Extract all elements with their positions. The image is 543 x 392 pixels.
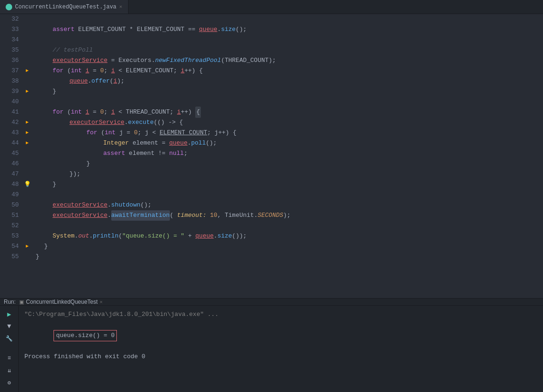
line-num-34: 34 — [6, 35, 19, 45]
line-num-45: 45 — [6, 148, 19, 159]
line-num-38: 38 — [6, 76, 19, 86]
run-settings-button[interactable]: ⚙ — [5, 378, 14, 387]
code-line-53: System.out.println("queue.size() = " + q… — [36, 231, 539, 241]
code-line-42: executorService.execute(() -> { — [36, 117, 539, 128]
code-line-44: Integer element = queue.poll(); — [36, 138, 539, 148]
tab-bar: ConcurrentLinkedQueueTest.java × — [0, 0, 543, 14]
code-line-43: for (int j = 0; j < ELEMENT_COUNT; j++) … — [36, 128, 539, 138]
line-num-37: 37 — [6, 66, 19, 76]
line-num-35: 35 — [6, 45, 19, 55]
run-sidebar: ▶ ▼ 🔧 ≡ ⇊ ⚙ 🖨 — [0, 306, 19, 392]
run-scroll-button[interactable]: ⇊ — [5, 366, 14, 375]
arrow-icon-54: ▶ — [26, 241, 29, 252]
tab-close-button[interactable]: × — [119, 4, 122, 10]
arrow-icon-42: ▶ — [26, 117, 29, 128]
run-content: ▶ ▼ 🔧 ≡ ⇊ ⚙ 🖨 "C:\Program_Files\Java\jdk… — [0, 306, 543, 392]
code-line-45: assert element != null; — [36, 148, 539, 159]
editor-area: 32 33 34 35 36 37 38 39 40 41 42 43 44 4… — [0, 14, 543, 298]
code-line-34 — [36, 35, 539, 45]
output-exit-line: Process finished with exit code 0 — [24, 352, 537, 362]
gutter-43: ▶ — [23, 128, 32, 138]
output-highlight-line: queue.size() = 0 — [24, 320, 537, 352]
code-line-52 — [36, 221, 539, 231]
gutter-33 — [23, 24, 32, 35]
gutter-35 — [23, 45, 32, 55]
gutter-50 — [23, 200, 32, 210]
code-line-50: executorService.shutdown(); — [36, 200, 539, 210]
line-num-33: 33 — [6, 24, 19, 35]
run-output: "C:\Program_Files\Java\jdk1.8.0_201\bin\… — [19, 306, 543, 392]
code-line-47: }); — [36, 169, 539, 179]
run-stop-button[interactable]: ▼ — [5, 322, 14, 331]
code-line-36: executorService = Executors.newFixedThre… — [36, 55, 539, 66]
code-line-33: assert ELEMENT_COUNT * ELEMENT_COUNT == … — [36, 24, 539, 35]
run-play-button[interactable]: ▶ — [5, 309, 14, 319]
code-line-51: executorService.awaitTermination( timeou… — [36, 210, 539, 221]
line-num-46: 46 — [6, 159, 19, 169]
code-line-37: for (int i = 0; i < ELEMENT_COUNT; i++) … — [36, 66, 539, 76]
code-line-41: for (int i = 0; i < THREAD_COUNT; i++) { — [36, 107, 539, 117]
code-lines[interactable]: assert ELEMENT_COUNT * ELEMENT_COUNT == … — [32, 14, 543, 298]
tab-title: ConcurrentLinkedQueueTest.java — [15, 4, 116, 10]
gutter-32 — [23, 14, 32, 24]
line-num-41: 41 — [6, 107, 19, 117]
gutter-37: ▶ — [23, 66, 32, 76]
java-file-icon — [6, 4, 12, 10]
run-tab[interactable]: ▣ ConcurrentLinkedQueueTest × — [19, 299, 102, 305]
gutter-52 — [23, 221, 32, 231]
run-print-button[interactable]: 🖨 — [5, 390, 14, 392]
gutter-44: ▶ — [23, 138, 32, 148]
run-panel: Run: ▣ ConcurrentLinkedQueueTest × ▶ ▼ 🔧… — [0, 298, 543, 392]
run-tab-close[interactable]: × — [99, 299, 102, 305]
line-num-40: 40 — [6, 97, 19, 107]
run-label: Run: — [4, 299, 15, 305]
gutter-54: ▶ — [23, 241, 32, 252]
line-num-44: 44 — [6, 138, 19, 148]
gutter-38 — [23, 76, 32, 86]
code-line-54: } — [36, 241, 539, 252]
gutter-40 — [23, 97, 32, 107]
code-line-48: } — [36, 179, 539, 190]
line-num-51: 51 — [6, 210, 19, 221]
gutter-48: 💡 — [23, 179, 32, 190]
line-num-55: 55 — [6, 252, 19, 262]
line-num-47: 47 — [6, 169, 19, 179]
line-num-43: 43 — [6, 128, 19, 138]
code-line-32 — [36, 14, 539, 24]
code-line-46: } — [36, 159, 539, 169]
gutter-36 — [23, 55, 32, 66]
code-line-40 — [36, 97, 539, 107]
arrow-icon-43: ▶ — [26, 128, 29, 138]
run-tab-title: ConcurrentLinkedQueueTest — [26, 299, 98, 305]
line-numbers: 32 33 34 35 36 37 38 39 40 41 42 43 44 4… — [0, 14, 23, 298]
gutter-39: ▶ — [23, 86, 32, 97]
gutter-41 — [23, 107, 32, 117]
code-line-39: } — [36, 86, 539, 97]
code-line-35: // testPoll — [36, 45, 539, 55]
code-panel[interactable]: 32 33 34 35 36 37 38 39 40 41 42 43 44 4… — [0, 14, 543, 298]
arrow-icon-44: ▶ — [26, 138, 29, 148]
tab-java-file[interactable]: ConcurrentLinkedQueueTest.java × — [0, 0, 129, 14]
line-num-36: 36 — [6, 55, 19, 66]
output-cmd-line: "C:\Program_Files\Java\jdk1.8.0_201\bin\… — [24, 309, 537, 320]
code-line-38: queue.offer(i); — [36, 76, 539, 86]
gutter-51 — [23, 210, 32, 221]
output-queue-size: queue.size() = 0 — [54, 330, 117, 341]
gutter-53 — [23, 231, 32, 241]
line-num-42: 42 — [6, 117, 19, 128]
gutter-55 — [23, 252, 32, 262]
line-num-52: 52 — [6, 221, 19, 231]
bulb-icon-48[interactable]: 💡 — [24, 179, 31, 190]
run-rerun-button[interactable]: 🔧 — [5, 334, 14, 343]
gutter-icons: ▶ ▶ ▶ ▶ ▶ 💡 ▶ — [23, 14, 32, 298]
run-pin-button[interactable]: ≡ — [5, 354, 14, 363]
code-line-49 — [36, 190, 539, 200]
line-num-54: 54 — [6, 241, 19, 252]
line-num-49: 49 — [6, 190, 19, 200]
line-num-32: 32 — [6, 14, 19, 24]
gutter-45 — [23, 148, 32, 159]
gutter-42: ▶ — [23, 117, 32, 128]
code-line-55: } — [36, 252, 539, 262]
line-num-39: 39 — [6, 86, 19, 97]
gutter-47 — [23, 169, 32, 179]
